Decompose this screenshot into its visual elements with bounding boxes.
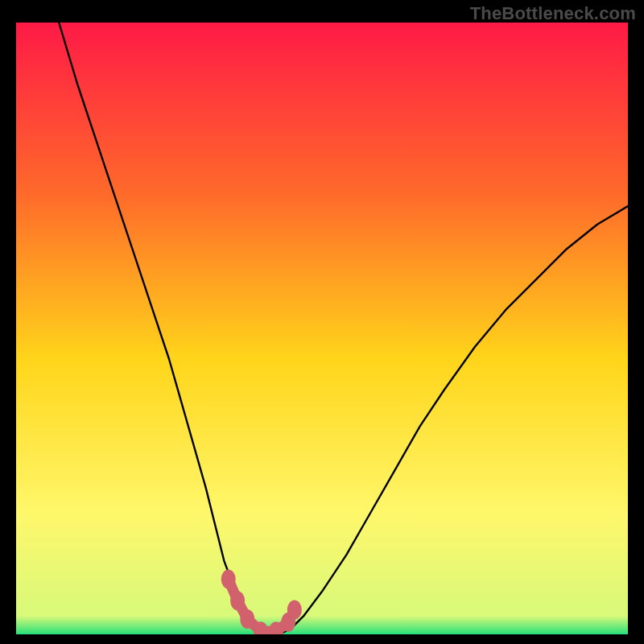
watermark-text: TheBottleneck.com <box>470 3 636 24</box>
marker-point <box>221 570 236 589</box>
marker-point <box>287 601 302 620</box>
marker-point <box>240 609 254 629</box>
chart-svg <box>16 23 628 634</box>
chart-frame: TheBottleneck.com <box>0 0 644 644</box>
plot-area <box>16 23 628 634</box>
marker-point <box>230 591 245 610</box>
gradient-background <box>16 23 628 634</box>
